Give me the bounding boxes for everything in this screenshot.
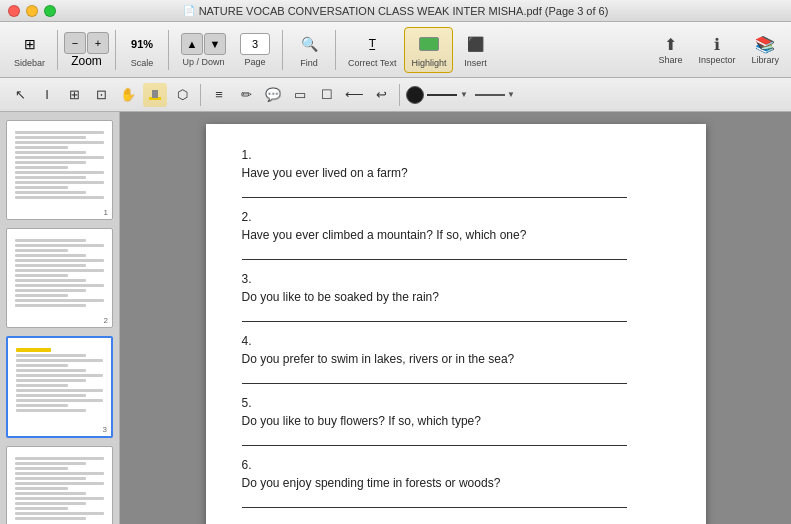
crop-tool[interactable]: ⊞ (62, 83, 86, 107)
zoom-label: Zoom (71, 54, 102, 68)
window-title: 📄 NATURE VOCAB CONVERSATION CLASS WEAK I… (183, 5, 609, 17)
question-3: 3. Do you like to be soaked by the rain? (242, 272, 670, 322)
inspector-button[interactable]: ℹ Inspector (694, 33, 739, 67)
insert-button[interactable]: ⬛ Insert (455, 28, 495, 72)
library-label: Library (751, 55, 779, 65)
correct-text-label: Correct Text (348, 58, 396, 68)
page-thumb-4[interactable]: 4 (6, 446, 113, 524)
scale-icon: 91% (128, 32, 156, 56)
maximize-button[interactable] (44, 5, 56, 17)
highlight-label: Highlight (411, 58, 446, 68)
search-icon: 🔍 (295, 32, 323, 56)
checkbox-tool[interactable]: ☐ (315, 83, 339, 107)
ann-sep-2 (399, 84, 400, 106)
color-picker[interactable] (406, 86, 424, 104)
scale-display: 91% Scale (122, 28, 162, 72)
pdf-icon: 📄 (183, 5, 195, 16)
sidebar-label: Sidebar (14, 58, 45, 68)
page-thumb-2[interactable]: 2 (6, 228, 113, 328)
toolbar-sep-3 (168, 30, 169, 70)
zoom-out-button[interactable]: − (64, 32, 86, 54)
page-thumbnails-sidebar: 1 (0, 112, 120, 524)
shape-tool[interactable]: ▭ (288, 83, 312, 107)
speech-bubble-tool[interactable]: 💬 (261, 83, 285, 107)
share-button[interactable]: ⬆ Share (654, 33, 686, 67)
answer-line-4 (242, 374, 627, 384)
library-icon: 📚 (755, 35, 775, 54)
page-number-input[interactable] (240, 33, 270, 55)
zoom-controls: − + Zoom (64, 32, 109, 68)
next-page-button[interactable]: ▼ (204, 33, 226, 55)
correct-text-button[interactable]: T̲ Correct Text (342, 28, 402, 72)
question-6: 6. Do you enjoy spending time in forests… (242, 458, 670, 508)
stamp-tool[interactable]: ⬡ (170, 83, 194, 107)
text-select-tool[interactable]: I (35, 83, 59, 107)
right-toolbar: ⬆ Share ℹ Inspector 📚 Library (654, 33, 783, 67)
sidebar-icon: ⊞ (16, 32, 44, 56)
minimize-button[interactable] (26, 5, 38, 17)
find-group: 🔍 Find (289, 28, 329, 72)
share-icon: ⬆ (664, 35, 677, 54)
inspector-icon: ℹ (714, 35, 720, 54)
back-arrow-tool[interactable]: ↩ (369, 83, 393, 107)
pdf-viewer[interactable]: 1. Have you ever lived on a farm? 2. Hav… (120, 112, 791, 524)
answer-line-2 (242, 250, 627, 260)
page-3-number: 3 (103, 425, 107, 434)
updown-label: Up / Down (183, 57, 225, 67)
line-sample (427, 94, 457, 96)
updown-button[interactable]: ▲ ▼ Up / Down (175, 29, 232, 71)
text-tool[interactable]: ≡ (207, 83, 231, 107)
line-dropdown-arrow[interactable]: ▼ (460, 90, 468, 99)
scale-label: Scale (131, 58, 154, 68)
close-button[interactable] (8, 5, 20, 17)
question-5: 5. Do you like to buy flowers? If so, wh… (242, 396, 670, 446)
inspector-label: Inspector (698, 55, 735, 65)
toolbar-sep-4 (282, 30, 283, 70)
highlight-color-swatch (419, 37, 439, 51)
highlight-tool-icon (147, 87, 163, 103)
insert-label: Insert (464, 58, 487, 68)
page-1-number: 1 (104, 208, 108, 217)
sidebar-button[interactable]: ⊞ Sidebar (8, 28, 51, 72)
toolbar-sep-1 (57, 30, 58, 70)
line-width-tools: ▼ (427, 90, 468, 99)
arrow-tool[interactable]: ⟵ (342, 83, 366, 107)
page-2-preview (11, 233, 108, 323)
hand-tool[interactable]: ✋ (116, 83, 140, 107)
pencil-tool[interactable]: ✏ (234, 83, 258, 107)
toolbar-sep-5 (335, 30, 336, 70)
page-label: Page (245, 57, 266, 67)
opacity-controls: ▼ (475, 90, 515, 99)
highlight-tool[interactable] (143, 83, 167, 107)
page-thumb-1[interactable]: 1 (6, 120, 113, 220)
question-1: 1. Have you ever lived on a farm? (242, 148, 670, 198)
highlight-icon (415, 32, 443, 56)
page-3-preview (12, 342, 107, 432)
prev-page-button[interactable]: ▲ (181, 33, 203, 55)
pointer-tool[interactable]: ↖ (8, 83, 32, 107)
snapshot-tool[interactable]: ⊡ (89, 83, 113, 107)
opacity-line (475, 94, 505, 96)
title-bar: 📄 NATURE VOCAB CONVERSATION CLASS WEAK I… (0, 0, 791, 22)
page-2-number: 2 (104, 316, 108, 325)
opacity-dropdown-arrow[interactable]: ▼ (507, 90, 515, 99)
pdf-page-content: 1. Have you ever lived on a farm? 2. Hav… (206, 124, 706, 524)
zoom-in-button[interactable]: + (87, 32, 109, 54)
insert-icon: ⬛ (461, 32, 489, 56)
share-label: Share (658, 55, 682, 65)
toolbar-sep-2 (115, 30, 116, 70)
library-button[interactable]: 📚 Library (747, 33, 783, 67)
traffic-lights (8, 5, 56, 17)
find-label: Find (300, 58, 318, 68)
highlight-button[interactable]: Highlight (404, 27, 453, 73)
page-num-group: Page (234, 29, 276, 71)
main-toolbar: ⊞ Sidebar − + Zoom 91% Scale ▲ ▼ Up / Do… (0, 22, 791, 78)
main-area: 1 (0, 112, 791, 524)
svg-rect-1 (152, 90, 158, 98)
correct-text-icon: T̲ (358, 32, 386, 56)
answer-line-5 (242, 436, 627, 446)
page-thumb-3[interactable]: 3 (6, 336, 113, 438)
page-4-preview (11, 451, 108, 524)
answer-line-3 (242, 312, 627, 322)
answer-line-6 (242, 498, 627, 508)
